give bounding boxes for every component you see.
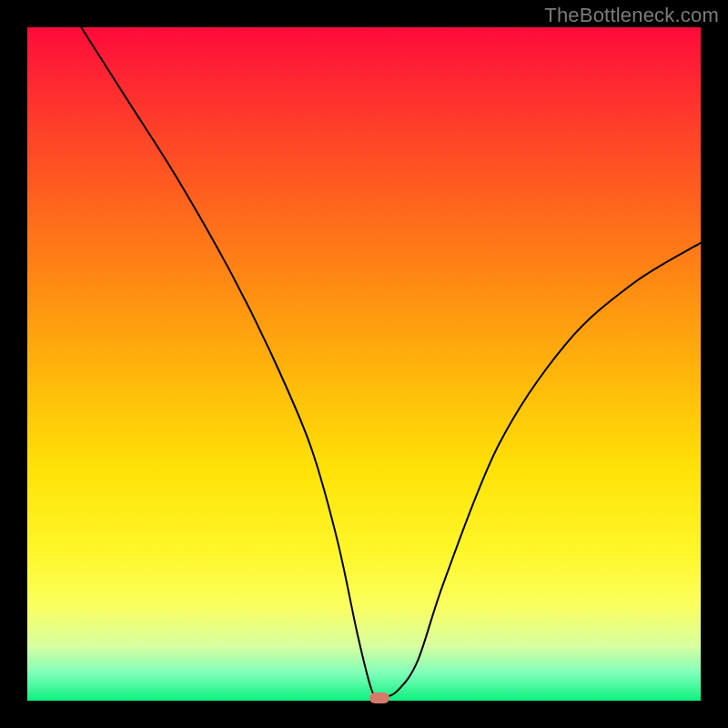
credit-text: TheBottleneck.com xyxy=(544,4,719,27)
bottleneck-curve xyxy=(81,27,701,698)
curve-svg xyxy=(27,27,701,701)
plot-area xyxy=(27,27,701,701)
chart-frame: TheBottleneck.com xyxy=(0,0,728,728)
bottleneck-marker xyxy=(369,693,389,703)
